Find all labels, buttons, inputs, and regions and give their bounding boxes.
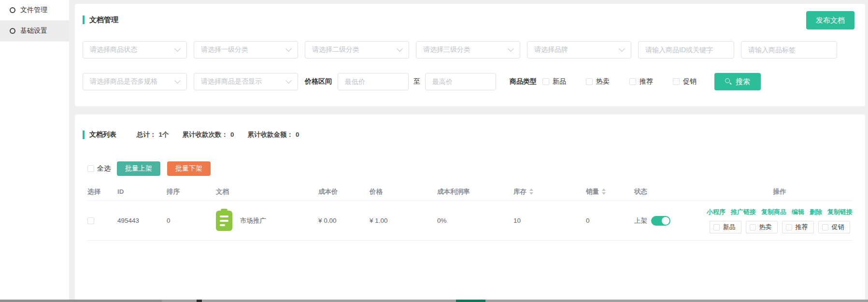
stat-label: 累计收款次数： [183, 131, 228, 138]
row-checkbox[interactable] [87, 217, 94, 224]
select-category-level3[interactable]: 请选择三级分类 [416, 41, 520, 58]
checkbox-icon[interactable] [586, 78, 593, 85]
tag-chip-recommend[interactable]: 推荐 [782, 221, 814, 233]
checkbox-recommend[interactable]: 推荐 [629, 77, 653, 86]
sort-caret-down-icon[interactable] [529, 192, 533, 195]
checkbox-icon[interactable] [629, 78, 636, 85]
stock-sorter[interactable] [529, 188, 533, 195]
checkbox-icon[interactable] [822, 224, 828, 230]
row-actions-cell: 小程序 推广链接 复制商品 编辑 删除 复制链接 新品 [707, 208, 853, 233]
min-price-input[interactable] [338, 73, 409, 90]
copy-product-link[interactable]: 复制商品 [761, 208, 786, 216]
horizontal-scrollbar[interactable] [0, 300, 868, 302]
status-label: 上架 [634, 216, 647, 225]
select-placeholder: 请选择品牌 [534, 45, 568, 54]
promo-link-link[interactable]: 推广链接 [731, 208, 756, 216]
main-content: 文档管理 发布文档 请选择商品状态 请选择一级分类 请选择二级分类 [69, 0, 868, 302]
row-stock-cell: 10 [513, 217, 586, 224]
sort-caret-up-icon[interactable] [529, 188, 533, 191]
tag-chip-hot[interactable]: 热卖 [746, 221, 778, 233]
filter-row-1: 请选择商品状态 请选择一级分类 请选择二级分类 请选择三级分类 请选择品牌 [83, 41, 854, 58]
sidebar-item-label: 基础设置 [20, 27, 47, 35]
search-icon [725, 78, 732, 85]
list-stats: 总计：1个 累计收款次数：0 累计收款金额：0 [137, 130, 313, 139]
checkbox-icon[interactable] [542, 78, 549, 85]
copy-url-link[interactable]: 复制链接 [827, 208, 853, 216]
stat-value: 0 [296, 131, 299, 138]
checkbox-new[interactable]: 新品 [542, 77, 566, 86]
col-header-label: 库存 [513, 187, 526, 196]
publish-document-button[interactable]: 发布文档 [806, 11, 854, 29]
sidebar: 文件管理 基础设置 [0, 0, 69, 300]
product-tag-input[interactable] [741, 41, 837, 58]
select-category-level1[interactable]: 请选择一级分类 [194, 41, 298, 58]
stat-value: 1个 [159, 131, 169, 138]
chevron-down-icon [619, 45, 625, 52]
row-id-cell: 495443 [117, 217, 167, 224]
sidebar-item-basic-settings[interactable]: 基础设置 [0, 21, 69, 42]
chevron-down-icon [174, 45, 181, 52]
col-header-label: 销量 [586, 187, 599, 196]
price-range-label: 价格区间 [305, 77, 332, 86]
delete-link[interactable]: 删除 [810, 208, 822, 216]
stat-label: 总计： [137, 131, 157, 138]
checkbox-icon[interactable] [786, 224, 792, 230]
max-price-input[interactable] [425, 73, 496, 90]
product-id-keyword-input[interactable] [638, 41, 734, 58]
tag-chip-new[interactable]: 新品 [710, 221, 741, 233]
tag-chip-promotion[interactable]: 促销 [818, 221, 850, 233]
col-header-actions: 操作 [707, 187, 853, 196]
panel-header: 文档管理 发布文档 [83, 11, 854, 29]
row-doc-cell: 市场推广 [216, 211, 318, 231]
checkbox-icon[interactable] [673, 78, 680, 85]
select-placeholder: 请选择商品是否多规格 [90, 77, 157, 86]
search-button[interactable]: 搜索 [714, 73, 761, 90]
select-placeholder: 请选择三级分类 [423, 45, 470, 54]
sort-caret-up-icon[interactable] [602, 188, 606, 191]
col-header-doc: 文档 [216, 187, 318, 196]
row-sales-cell: 0 [586, 217, 634, 224]
sales-sorter[interactable] [602, 188, 606, 195]
select-brand[interactable]: 请选择品牌 [527, 41, 631, 58]
stat-payment-count: 累计收款次数：0 [183, 130, 234, 139]
stat-value: 0 [230, 131, 234, 138]
row-sort-cell: 0 [167, 217, 216, 224]
stat-label: 累计收款金额： [248, 131, 294, 138]
filter-row-2: 请选择商品是否多规格 请选择商品是否显示 价格区间 至 商品类型 新品 [83, 73, 854, 90]
select-all-checkbox[interactable] [87, 165, 94, 172]
select-multi-spec[interactable]: 请选择商品是否多规格 [83, 73, 187, 90]
status-toggle[interactable] [651, 216, 670, 226]
sidebar-item-label: 文件管理 [20, 6, 47, 14]
sidebar-item-file-management[interactable]: 文件管理 [0, 0, 69, 21]
chevron-down-icon [285, 45, 292, 52]
scrollbar-dark-mark [197, 300, 202, 302]
row-select-cell [87, 217, 117, 224]
batch-on-shelf-button[interactable]: 批量上架 [117, 161, 160, 176]
select-product-status[interactable]: 请选择商品状态 [83, 41, 187, 58]
sort-caret-down-icon[interactable] [602, 192, 606, 195]
title-accent-bar [83, 130, 85, 139]
page-title-wrap: 文档管理 [83, 15, 118, 25]
checkbox-icon[interactable] [713, 224, 720, 230]
document-table: 选择 ID 排序 文档 成本价 价格 成本利润率 库存 销量 状态 [87, 183, 853, 241]
search-button-label: 搜索 [736, 77, 750, 86]
scrollbar-green-mark [456, 300, 485, 302]
mini-program-link[interactable]: 小程序 [707, 208, 726, 216]
select-category-level2[interactable]: 请选择二级分类 [305, 41, 409, 58]
page-title: 文档管理 [89, 15, 118, 25]
tag-chips: 新品 热卖 推荐 促销 [710, 221, 850, 233]
checkbox-promotion[interactable]: 促销 [673, 77, 697, 86]
list-title: 文档列表 [89, 130, 116, 139]
row-price-cell: ¥ 1.00 [370, 217, 437, 224]
checkbox-hot[interactable]: 热卖 [586, 77, 610, 86]
batch-off-shelf-button[interactable]: 批量下架 [167, 161, 211, 176]
chevron-down-icon [174, 77, 181, 84]
col-header-cost-price: 成本价 [318, 187, 370, 196]
tag-label: 热卖 [759, 223, 772, 231]
select-placeholder: 请选择一级分类 [201, 45, 248, 54]
checkbox-label: 促销 [683, 77, 697, 86]
edit-link[interactable]: 编辑 [792, 208, 804, 216]
select-visibility[interactable]: 请选择商品是否显示 [194, 73, 298, 90]
checkbox-label: 推荐 [640, 77, 653, 86]
checkbox-icon[interactable] [750, 224, 756, 230]
